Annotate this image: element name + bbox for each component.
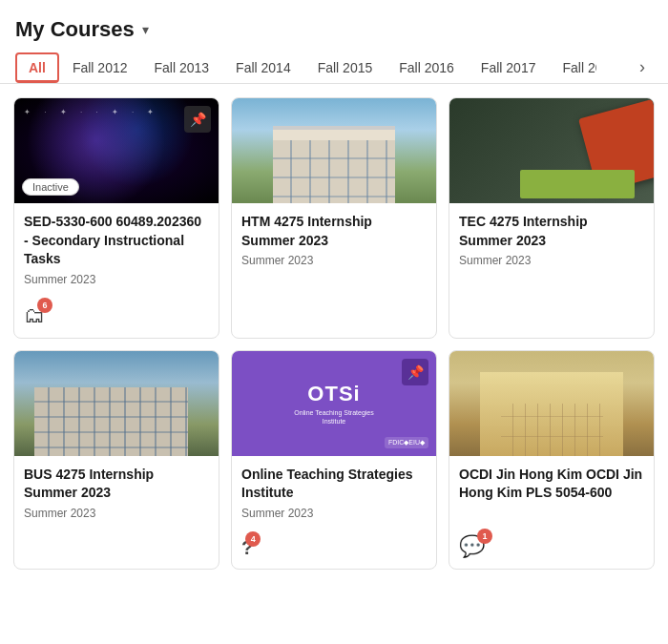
- card-body-4: BUS 4275 Internship Summer 2023 Summer 2…: [14, 456, 219, 534]
- tab-fall-2015[interactable]: Fall 2015: [304, 52, 386, 83]
- tabs-bar: All Fall 2012 Fall 2013 Fall 2014 Fall 2…: [0, 52, 668, 84]
- badge-count-6: 1: [477, 529, 492, 544]
- tab-fall-2017[interactable]: Fall 2017: [468, 52, 550, 83]
- tab-fall-2018[interactable]: Fall 20…: [549, 52, 596, 83]
- course-semester-1: Summer 2023: [24, 273, 209, 286]
- tab-all[interactable]: All: [15, 52, 59, 83]
- card-body-2: HTM 4275 Internship Summer 2023 Summer 2…: [232, 203, 436, 303]
- course-image-5: OTSi Online Teaching Strategies Institut…: [232, 351, 436, 456]
- badge-count-5: 4: [245, 531, 261, 547]
- course-card-3[interactable]: TEC 4275 Internship Summer 2023 Summer 2…: [449, 97, 655, 339]
- tab-fall-2013[interactable]: Fall 2013: [140, 52, 222, 83]
- course-image-2: [232, 98, 436, 203]
- tab-fall-2012[interactable]: Fall 2012: [59, 52, 141, 83]
- course-title-3: TEC 4275 Internship Summer 2023: [459, 213, 644, 250]
- otsi-subtitle: Online Teaching Strategies Institute: [286, 408, 382, 426]
- fdic-logo: FDIC◆EIU◆: [385, 437, 428, 448]
- course-title-2: HTM 4275 Internship Summer 2023: [241, 213, 427, 250]
- course-badge-6: 💬 1: [459, 534, 485, 559]
- course-title-1: SED-5330-600 60489.202360 - Secondary In…: [24, 213, 209, 269]
- course-badge-5: ? 4: [241, 537, 253, 559]
- course-title-5: Online Teaching Strategies Institute: [241, 466, 427, 503]
- tab-fall-2014[interactable]: Fall 2014: [222, 52, 304, 83]
- course-semester-4: Summer 2023: [24, 507, 209, 520]
- course-title-4: BUS 4275 Internship Summer 2023: [24, 466, 209, 503]
- card-body-3: TEC 4275 Internship Summer 2023 Summer 2…: [449, 203, 654, 303]
- course-badge-1: 🗂 6: [24, 303, 45, 328]
- tab-fall-2016[interactable]: Fall 2016: [386, 52, 468, 83]
- chevron-down-icon[interactable]: ▾: [142, 22, 149, 37]
- pin-icon-5: 📌: [402, 359, 428, 385]
- page-container: My Courses ▾ All Fall 2012 Fall 2013 Fal…: [0, 0, 668, 583]
- course-card-5[interactable]: OTSi Online Teaching Strategies Institut…: [231, 350, 437, 570]
- tabs-next-button[interactable]: ›: [632, 52, 653, 83]
- course-image-6: [449, 351, 654, 456]
- card-body-1: SED-5330-600 60489.202360 - Secondary In…: [14, 203, 219, 298]
- card-footer-2: [232, 303, 436, 338]
- course-card-4[interactable]: BUS 4275 Internship Summer 2023 Summer 2…: [13, 350, 219, 570]
- card-footer-4: [14, 534, 219, 569]
- course-title-6: OCDI Jin Hong Kim OCDI Jin Hong Kim PLS …: [459, 466, 644, 503]
- course-image-3: [449, 98, 654, 203]
- card-footer-5: ? 4: [232, 531, 436, 569]
- inactive-badge: Inactive: [22, 178, 79, 196]
- otsi-name: OTSi: [307, 382, 360, 406]
- card-body-5: Online Teaching Strategies Institute Sum…: [232, 456, 436, 531]
- course-image-1: 📌 Inactive: [14, 98, 219, 203]
- course-card-6[interactable]: OCDI Jin Hong Kim OCDI Jin Hong Kim PLS …: [449, 350, 655, 570]
- course-card-1[interactable]: 📌 Inactive SED-5330-600 60489.202360 - S…: [13, 97, 219, 339]
- card-footer-1: 🗂 6: [14, 298, 219, 338]
- page-title: My Courses: [15, 17, 135, 42]
- course-semester-5: Summer 2023: [241, 507, 427, 520]
- header: My Courses ▾: [0, 0, 668, 52]
- course-semester-3: Summer 2023: [459, 254, 644, 267]
- card-footer-6: 💬 1: [449, 529, 654, 569]
- pin-icon: 📌: [184, 106, 211, 133]
- badge-count-1: 6: [37, 298, 52, 313]
- course-card-2[interactable]: HTM 4275 Internship Summer 2023 Summer 2…: [231, 97, 437, 339]
- card-footer-3: [449, 303, 654, 338]
- card-body-6: OCDI Jin Hong Kim OCDI Jin Hong Kim PLS …: [449, 456, 654, 529]
- courses-grid: 📌 Inactive SED-5330-600 60489.202360 - S…: [0, 84, 668, 583]
- course-image-4: [14, 351, 219, 456]
- course-semester-2: Summer 2023: [241, 254, 427, 267]
